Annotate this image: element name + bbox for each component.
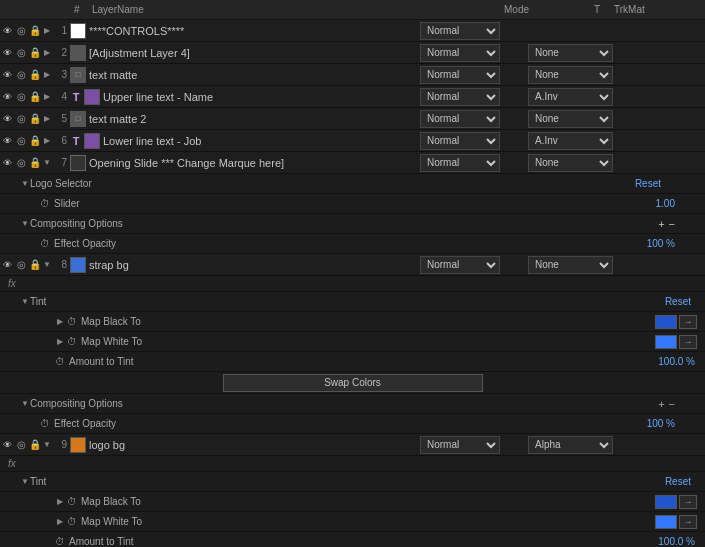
stopwatch-icon[interactable]: ⏱ (40, 238, 50, 249)
trkmat-select[interactable]: Alpha (528, 436, 613, 454)
solo-icon[interactable]: ◎ (14, 156, 28, 170)
solo-icon[interactable]: ◎ (14, 112, 28, 126)
layer-row[interactable]: 👁 ◎ 🔒 ▶ 3 □ text matte Normal None (0, 64, 705, 86)
expand-arrow[interactable]: ▶ (42, 114, 52, 124)
expand-arrow[interactable]: ▼ (20, 297, 30, 307)
mode-select[interactable]: Normal (420, 22, 500, 40)
expand-arrow[interactable]: ▶ (55, 317, 65, 327)
layer-row[interactable]: 👁 ◎ 🔒 ▶ 5 □ text matte 2 Normal None (0, 108, 705, 130)
expand-arrow[interactable]: ▶ (42, 136, 52, 146)
slider-value[interactable]: 1.00 (656, 198, 675, 209)
amount-tint-value9[interactable]: 100.0 % (658, 536, 695, 547)
lock-icon[interactable]: 🔒 (28, 68, 42, 82)
lock-icon[interactable]: 🔒 (28, 134, 42, 148)
trkmat-select[interactable]: A.Inv (528, 132, 613, 150)
trkmat-select[interactable]: A.Inv (528, 88, 613, 106)
trkmat-select[interactable]: None (528, 44, 613, 62)
lock-icon[interactable]: 🔒 (28, 438, 42, 452)
stopwatch-icon[interactable]: ⏱ (40, 198, 50, 209)
solo-icon[interactable]: ◎ (14, 134, 28, 148)
visibility-icon[interactable]: 👁 (0, 134, 14, 148)
amount-tint-value[interactable]: 100.0 % (658, 356, 695, 367)
stopwatch-icon[interactable]: ⏱ (67, 336, 77, 347)
visibility-icon[interactable]: 👁 (0, 90, 14, 104)
layer-row[interactable]: 👁 ◎ 🔒 ▶ 1 ****CONTROLS**** Normal (0, 20, 705, 42)
expand-arrow[interactable]: ▶ (42, 92, 52, 102)
solo-icon[interactable]: ◎ (14, 438, 28, 452)
mode-select[interactable]: Normal (420, 88, 500, 106)
expand-arrow[interactable]: ▼ (42, 440, 52, 450)
stopwatch-icon[interactable]: ⏱ (67, 496, 77, 507)
layer-row[interactable]: 👁 ◎ 🔒 ▶ 4 T Upper line text - Name Norma… (0, 86, 705, 108)
trkmat-select[interactable]: None (528, 66, 613, 84)
solo-icon[interactable]: ◎ (14, 258, 28, 272)
black-color-arrow[interactable]: → (679, 315, 697, 329)
expand-arrow[interactable]: ▶ (42, 48, 52, 58)
expand-arrow[interactable]: ▼ (20, 477, 30, 487)
minus-btn[interactable]: − (669, 218, 675, 230)
reset-button[interactable]: Reset (661, 476, 695, 487)
expand-arrow[interactable]: ▼ (42, 158, 52, 168)
visibility-icon[interactable]: 👁 (0, 68, 14, 82)
lock-icon[interactable]: 🔒 (28, 156, 42, 170)
visibility-icon[interactable]: 👁 (0, 24, 14, 38)
white-color-swatch9[interactable] (655, 515, 677, 529)
black-color-swatch[interactable] (655, 315, 677, 329)
mode-select[interactable]: Normal (420, 132, 500, 150)
expand-arrow[interactable]: ▼ (42, 260, 52, 270)
black-color-arrow9[interactable]: → (679, 495, 697, 509)
expand-arrow[interactable]: ▶ (42, 26, 52, 36)
stopwatch-icon[interactable]: ⏱ (67, 516, 77, 527)
solo-icon[interactable]: ◎ (14, 90, 28, 104)
trkmat-select[interactable]: None (528, 154, 613, 172)
mode-select[interactable]: Normal (420, 436, 500, 454)
stopwatch-icon[interactable]: ⏱ (55, 356, 65, 367)
expand-arrow[interactable]: ▶ (55, 517, 65, 527)
mode-select[interactable]: Normal (420, 110, 500, 128)
mode-select[interactable]: Normal (420, 44, 500, 62)
reset-button[interactable]: Reset (631, 178, 665, 189)
layer-row[interactable]: 👁 ◎ 🔒 ▶ 2 [Adjustment Layer 4] Normal No… (0, 42, 705, 64)
mode-select[interactable]: Normal (420, 66, 500, 84)
visibility-icon[interactable]: 👁 (0, 46, 14, 60)
plus-btn[interactable]: + (658, 398, 664, 410)
white-color-arrow[interactable]: → (679, 335, 697, 349)
visibility-icon[interactable]: 👁 (0, 112, 14, 126)
white-color-swatch[interactable] (655, 335, 677, 349)
lock-icon[interactable]: 🔒 (28, 258, 42, 272)
solo-icon[interactable]: ◎ (14, 68, 28, 82)
lock-icon[interactable]: 🔒 (28, 24, 42, 38)
effect-opacity-value[interactable]: 100 % (647, 238, 675, 249)
layer-row[interactable]: 👁 ◎ 🔒 ▼ 8 strap bg Normal None (0, 254, 705, 276)
expand-arrow[interactable]: ▼ (20, 179, 30, 189)
lock-icon[interactable]: 🔒 (28, 90, 42, 104)
minus-btn[interactable]: − (669, 398, 675, 410)
expand-arrow[interactable]: ▼ (20, 219, 30, 229)
visibility-icon[interactable]: 👁 (0, 258, 14, 272)
stopwatch-icon[interactable]: ⏱ (67, 316, 77, 327)
swap-colors-button[interactable]: Swap Colors (223, 374, 483, 392)
expand-arrow[interactable]: ▶ (42, 70, 52, 80)
visibility-icon[interactable]: 👁 (0, 438, 14, 452)
layer-row[interactable]: 👁 ◎ 🔒 ▼ 9 logo bg Normal Alpha (0, 434, 705, 456)
effect-opacity-value[interactable]: 100 % (647, 418, 675, 429)
mode-select[interactable]: Normal (420, 256, 500, 274)
layer-row[interactable]: 👁 ◎ 🔒 ▶ 6 T Lower line text - Job Normal… (0, 130, 705, 152)
stopwatch-icon[interactable]: ⏱ (40, 418, 50, 429)
trkmat-select[interactable]: None (528, 110, 613, 128)
mode-select[interactable]: Normal (420, 154, 500, 172)
reset-button[interactable]: Reset (661, 296, 695, 307)
plus-btn[interactable]: + (658, 218, 664, 230)
white-color-arrow9[interactable]: → (679, 515, 697, 529)
lock-icon[interactable]: 🔒 (28, 112, 42, 126)
black-color-swatch9[interactable] (655, 495, 677, 509)
stopwatch-icon[interactable]: ⏱ (55, 536, 65, 547)
layer-row[interactable]: 👁 ◎ 🔒 ▼ 7 Opening Slide *** Change Marqu… (0, 152, 705, 174)
lock-icon[interactable]: 🔒 (28, 46, 42, 60)
solo-icon[interactable]: ◎ (14, 46, 28, 60)
expand-arrow[interactable]: ▶ (55, 497, 65, 507)
visibility-icon[interactable]: 👁 (0, 156, 14, 170)
trkmat-select[interactable]: None (528, 256, 613, 274)
expand-arrow[interactable]: ▼ (20, 399, 30, 409)
expand-arrow[interactable]: ▶ (55, 337, 65, 347)
